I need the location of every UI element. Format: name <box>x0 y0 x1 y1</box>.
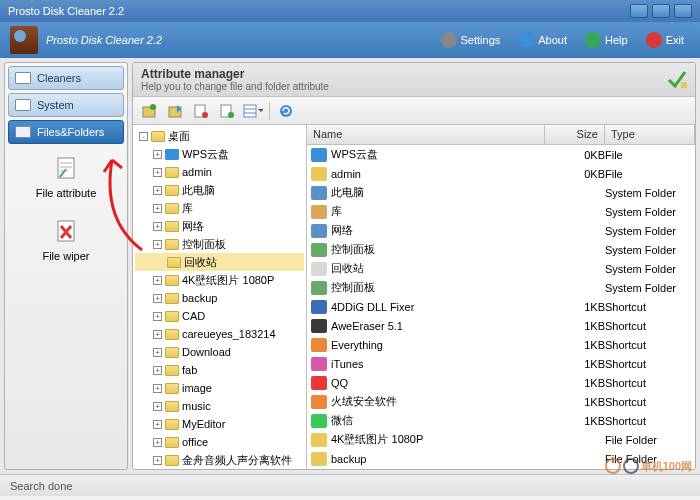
expand-icon[interactable]: + <box>153 312 162 321</box>
tree-label: WPS云盘 <box>182 147 229 162</box>
item-name: 回收站 <box>331 261 364 276</box>
expand-icon[interactable]: + <box>153 276 162 285</box>
expand-icon[interactable]: + <box>153 456 162 465</box>
tree-item[interactable]: -桌面 <box>135 127 304 145</box>
column-type[interactable]: Type <box>605 125 695 144</box>
list-row[interactable]: AweEraser 5.11KBShortcut <box>307 316 695 335</box>
list-row[interactable]: WPS云盘0KBFile <box>307 145 695 164</box>
expand-icon[interactable]: + <box>153 204 162 213</box>
list-row[interactable]: 4DDiG DLL Fixer1KBShortcut <box>307 297 695 316</box>
column-size[interactable]: Size <box>545 125 605 144</box>
toolbar-refresh[interactable] <box>276 101 296 121</box>
expand-icon[interactable]: - <box>139 132 148 141</box>
expand-icon[interactable]: + <box>153 240 162 249</box>
tree-item[interactable]: +fab <box>135 361 304 379</box>
apply-icon[interactable] <box>667 70 687 90</box>
expand-icon[interactable]: + <box>153 294 162 303</box>
help-icon <box>585 32 601 48</box>
expand-icon[interactable]: + <box>153 330 162 339</box>
folder-icon <box>165 293 179 304</box>
list-row[interactable]: 火绒安全软件1KBShortcut <box>307 392 695 411</box>
tree-item[interactable]: +careueyes_183214 <box>135 325 304 343</box>
list-row[interactable]: 网络System Folder <box>307 221 695 240</box>
list-row[interactable]: admin0KBFile <box>307 164 695 183</box>
item-name: QQ <box>331 377 348 389</box>
tree-item[interactable]: +WPS云盘 <box>135 145 304 163</box>
statusbar: Search done <box>0 474 700 496</box>
tree-item[interactable]: +music <box>135 397 304 415</box>
titlebar: Prosto Disk Cleaner 2.2 <box>0 0 700 22</box>
tree-item[interactable]: +MyEditor <box>135 415 304 433</box>
list-row[interactable]: iTunes1KBShortcut <box>307 354 695 373</box>
expand-icon[interactable]: + <box>153 348 162 357</box>
list-row[interactable]: QQ1KBShortcut <box>307 373 695 392</box>
list-row[interactable]: 回收站System Folder <box>307 259 695 278</box>
sidebar-item-files-folders[interactable]: Files&Folders <box>8 120 124 144</box>
expand-icon[interactable]: + <box>153 384 162 393</box>
tree-item[interactable]: 回收站 <box>135 253 304 271</box>
folder-icon <box>165 275 179 286</box>
app-title: Prosto Disk Cleaner 2.2 <box>46 34 162 46</box>
item-icon <box>311 414 327 428</box>
about-button[interactable]: About <box>512 30 573 50</box>
tree-label: careueyes_183214 <box>182 328 276 340</box>
item-size: 1KB <box>545 339 605 351</box>
tree-item[interactable]: +此电脑 <box>135 181 304 199</box>
expand-icon[interactable]: + <box>153 222 162 231</box>
list-row[interactable]: 4K壁纸图片 1080PFile Folder <box>307 430 695 449</box>
tree-item[interactable]: +office <box>135 433 304 451</box>
tree-item[interactable]: +CAD <box>135 307 304 325</box>
file-wiper-tool[interactable]: File wiper <box>8 210 124 270</box>
minimize-button[interactable] <box>630 4 648 18</box>
help-button[interactable]: Help <box>579 30 634 50</box>
column-name[interactable]: Name <box>307 125 545 144</box>
expand-icon[interactable]: + <box>153 150 162 159</box>
close-button[interactable] <box>674 4 692 18</box>
item-icon <box>311 357 327 371</box>
list-row[interactable]: 此电脑System Folder <box>307 183 695 202</box>
list-body[interactable]: WPS云盘0KBFileadmin0KBFile此电脑System Folder… <box>307 145 695 469</box>
tree-item[interactable]: +admin <box>135 163 304 181</box>
folder-icon <box>165 329 179 340</box>
tree-item[interactable]: +库 <box>135 199 304 217</box>
toolbar-view-dropdown[interactable] <box>243 101 263 121</box>
folder-icon <box>165 383 179 394</box>
settings-button[interactable]: Settings <box>435 30 507 50</box>
exit-button[interactable]: Exit <box>640 30 690 50</box>
list-row[interactable]: Everything1KBShortcut <box>307 335 695 354</box>
folder-icon <box>151 131 165 142</box>
sidebar-item-cleaners[interactable]: Cleaners <box>8 66 124 90</box>
tree-item[interactable]: +控制面板 <box>135 235 304 253</box>
toolbar-btn-1[interactable] <box>139 101 159 121</box>
folder-tree[interactable]: -桌面+WPS云盘+admin+此电脑+库+网络+控制面板回收站+4K壁纸图片 … <box>133 125 307 469</box>
item-icon <box>311 148 327 162</box>
file-attribute-tool[interactable]: File attribute <box>8 147 124 207</box>
tree-item[interactable]: +Download <box>135 343 304 361</box>
tree-label: Download <box>182 346 231 358</box>
maximize-button[interactable] <box>652 4 670 18</box>
sidebar-item-system[interactable]: System <box>8 93 124 117</box>
tree-item[interactable]: +金舟音频人声分离软件 <box>135 451 304 469</box>
tree-item[interactable]: +image <box>135 379 304 397</box>
content-title: Attribute manager <box>141 67 329 81</box>
list-row[interactable]: 微信1KBShortcut <box>307 411 695 430</box>
list-row[interactable]: 控制面板System Folder <box>307 278 695 297</box>
toolbar-btn-3[interactable] <box>191 101 211 121</box>
expand-icon[interactable]: + <box>153 402 162 411</box>
tree-item[interactable]: +4K壁纸图片 1080P <box>135 271 304 289</box>
expand-icon[interactable]: + <box>153 420 162 429</box>
item-icon <box>311 243 327 257</box>
folder-icon <box>165 185 179 196</box>
expand-icon[interactable]: + <box>153 366 162 375</box>
list-row[interactable]: 库System Folder <box>307 202 695 221</box>
toolbar-btn-2[interactable] <box>165 101 185 121</box>
expand-icon[interactable]: + <box>153 438 162 447</box>
expand-icon[interactable]: + <box>153 186 162 195</box>
toolbar-btn-4[interactable] <box>217 101 237 121</box>
tree-item[interactable]: +网络 <box>135 217 304 235</box>
tree-label: 此电脑 <box>182 183 215 198</box>
list-row[interactable]: 控制面板System Folder <box>307 240 695 259</box>
expand-icon[interactable]: + <box>153 168 162 177</box>
item-icon <box>311 338 327 352</box>
tree-item[interactable]: +backup <box>135 289 304 307</box>
